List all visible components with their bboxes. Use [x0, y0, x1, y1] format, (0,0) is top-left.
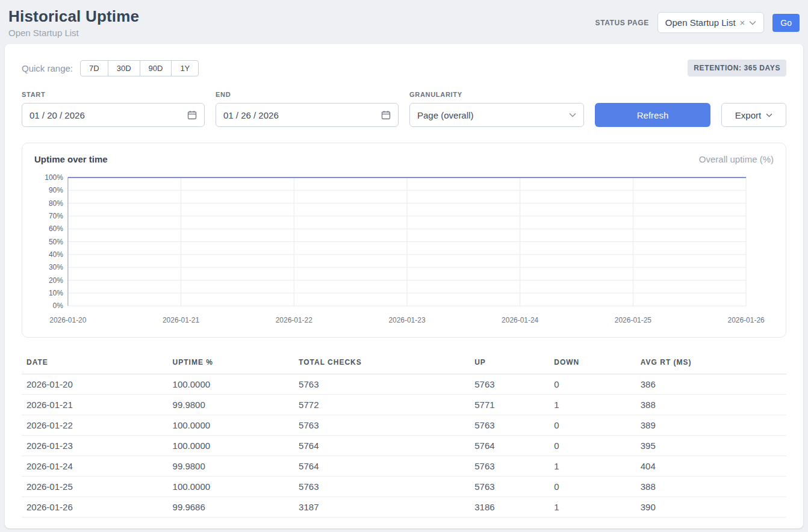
table-cell: 2026-01-21 [22, 395, 168, 415]
svg-text:0%: 0% [53, 302, 64, 310]
table-cell: 388 [636, 477, 786, 497]
quick-range-1y-button[interactable]: 1Y [171, 60, 199, 76]
svg-text:40%: 40% [49, 250, 63, 259]
svg-text:100%: 100% [45, 173, 63, 182]
table-cell: 2026-01-26 [22, 497, 168, 518]
table-cell: 0 [549, 477, 636, 497]
table-cell: 5771 [470, 395, 549, 415]
quick-range-30d-button[interactable]: 30D [108, 60, 140, 76]
refresh-button[interactable]: Refresh [595, 103, 710, 127]
status-page-select[interactable]: Open Startup List × [657, 12, 765, 33]
svg-text:2026-01-21: 2026-01-21 [163, 316, 199, 324]
table-cell: 404 [636, 456, 786, 477]
start-date-input[interactable]: 01 / 20 / 2026 [22, 103, 205, 127]
svg-text:2026-01-20: 2026-01-20 [49, 316, 86, 324]
table-cell: 5763 [470, 415, 549, 436]
quick-range-wrap: Quick range: 7D30D90D1Y [22, 60, 199, 76]
table-cell: 5772 [294, 395, 470, 415]
export-label: Export [735, 110, 761, 120]
table-cell: 1 [549, 395, 636, 415]
svg-text:2026-01-23: 2026-01-23 [388, 316, 425, 324]
start-date-field: START 01 / 20 / 2026 [22, 91, 205, 127]
clear-icon[interactable]: × [740, 18, 745, 27]
table-cell: 3187 [294, 497, 470, 518]
table-cell: 99.9800 [168, 395, 294, 415]
table-cell: 2026-01-24 [22, 456, 168, 477]
table-body: 2026-01-20100.00005763576303862026-01-21… [22, 374, 786, 518]
form-row: START 01 / 20 / 2026 END 01 / 26 / 2026 … [22, 91, 786, 127]
granularity-value: Page (overall) [417, 110, 473, 120]
controls-top-row: Quick range: 7D30D90D1Y RETENTION: 365 D… [22, 60, 786, 76]
retention-badge: RETENTION: 365 DAYS [688, 60, 786, 76]
table-cell: 2026-01-22 [22, 415, 168, 436]
start-date-value: 01 / 20 / 2026 [30, 110, 85, 120]
chart-legend: Overall uptime (%) [699, 154, 774, 164]
page-subtitle: Open Startup List [8, 28, 139, 38]
table-cell: 0 [549, 436, 636, 456]
table-cell: 395 [636, 436, 786, 456]
table-cell: 3186 [470, 497, 549, 518]
calendar-icon[interactable] [381, 110, 391, 120]
column-header: UPTIME % [168, 354, 294, 374]
table-cell: 2026-01-23 [22, 436, 168, 456]
table-cell: 5763 [294, 415, 470, 436]
svg-text:80%: 80% [49, 199, 63, 208]
go-button[interactable]: Go [772, 14, 800, 32]
end-date-field: END 01 / 26 / 2026 [216, 91, 399, 127]
page-title: Historical Uptime [8, 7, 139, 26]
svg-text:2026-01-24: 2026-01-24 [502, 316, 538, 324]
calendar-icon[interactable] [187, 110, 197, 120]
chart-card: Uptime over time Overall uptime (%) 0%10… [22, 143, 786, 338]
table-cell: 1 [549, 456, 636, 477]
table-cell: 5763 [470, 456, 549, 477]
table-row: 2026-01-20100.0000576357630386 [22, 374, 786, 395]
column-header: DATE [22, 354, 168, 374]
svg-text:50%: 50% [49, 238, 63, 246]
quick-range-7d-button[interactable]: 7D [80, 60, 108, 76]
table-cell: 99.9686 [168, 497, 294, 518]
table-row: 2026-01-2699.9686318731861390 [22, 497, 786, 518]
quick-range-label: Quick range: [22, 63, 73, 73]
table-row: 2026-01-2499.9800576457631404 [22, 456, 786, 477]
column-header: AVG RT (MS) [636, 354, 786, 374]
uptime-table: DATEUPTIME %TOTAL CHECKSUPDOWNAVG RT (MS… [22, 354, 786, 518]
header-right: STATUS PAGE Open Startup List × Go [595, 12, 800, 33]
table-cell: 0 [549, 415, 636, 436]
start-label: START [22, 91, 205, 98]
table-cell: 100.0000 [168, 436, 294, 456]
column-header: DOWN [549, 354, 636, 374]
granularity-field: GRANULARITY Page (overall) [409, 91, 584, 127]
svg-text:10%: 10% [49, 289, 63, 297]
status-page-label: STATUS PAGE [595, 19, 649, 27]
chevron-down-icon [749, 20, 756, 25]
end-date-value: 01 / 26 / 2026 [223, 110, 279, 120]
table-header-row: DATEUPTIME %TOTAL CHECKSUPDOWNAVG RT (MS… [22, 354, 786, 374]
table-cell: 100.0000 [168, 374, 294, 395]
svg-text:60%: 60% [49, 224, 63, 233]
table-cell: 5763 [294, 374, 470, 395]
main-card: Quick range: 7D30D90D1Y RETENTION: 365 D… [5, 44, 803, 528]
svg-text:2026-01-22: 2026-01-22 [276, 316, 312, 324]
chevron-down-icon [569, 113, 576, 117]
svg-text:20%: 20% [49, 276, 63, 285]
end-date-input[interactable]: 01 / 26 / 2026 [216, 103, 399, 127]
header-left: Historical Uptime Open Startup List [8, 7, 139, 38]
status-page-value: Open Startup List [665, 17, 736, 28]
table-cell: 0 [549, 374, 636, 395]
svg-text:90%: 90% [49, 186, 63, 194]
svg-text:70%: 70% [49, 212, 63, 220]
column-header: UP [470, 354, 549, 374]
quick-range-90d-button[interactable]: 90D [140, 60, 172, 76]
quick-range-group: 7D30D90D1Y [80, 60, 199, 76]
table-cell: 1 [549, 497, 636, 518]
table-cell: 388 [636, 395, 786, 415]
table-cell: 5763 [470, 477, 549, 497]
column-header: TOTAL CHECKS [294, 354, 470, 374]
granularity-select[interactable]: Page (overall) [409, 103, 584, 127]
svg-text:2026-01-25: 2026-01-25 [615, 316, 651, 324]
chevron-down-icon [766, 113, 772, 117]
export-button[interactable]: Export [721, 103, 786, 127]
table-row: 2026-01-25100.0000576357630388 [22, 477, 786, 497]
table-cell: 389 [636, 415, 786, 436]
svg-text:30%: 30% [49, 263, 63, 271]
